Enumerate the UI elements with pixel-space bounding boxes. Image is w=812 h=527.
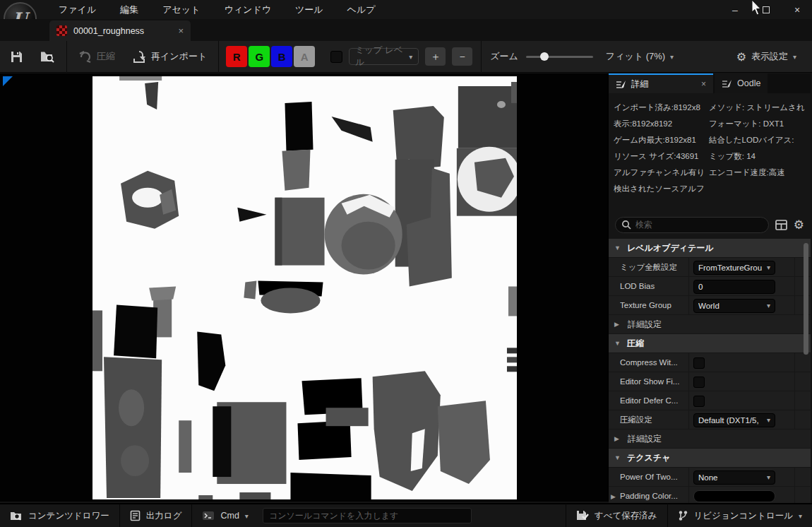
revision-control-button[interactable]: リビジョンコントロール ▾: [668, 504, 812, 527]
mip-minus-button[interactable]: －: [452, 47, 472, 66]
asset-tab-close-icon[interactable]: ×: [178, 25, 184, 36]
tab-oodle-label: Oodle: [737, 78, 760, 88]
channel-green-button[interactable]: G: [249, 46, 270, 67]
details-panel: 詳細 × Oodle インポート済み:8192x8 表示:8192x8192 ゲ…: [609, 73, 811, 502]
mip-level-label: ミップ レベル: [355, 45, 409, 69]
folder-search-icon: [10, 510, 23, 521]
cmd-dropdown[interactable]: Cmd ▾: [192, 504, 258, 527]
channel-alpha-button[interactable]: A: [294, 46, 315, 67]
close-button[interactable]: ×: [788, 2, 806, 18]
menu-bar: ファイル 編集 アセット ウィンドウ ツール ヘルプ – ×: [0, 0, 812, 19]
advanced-label: 詳細設定: [628, 319, 662, 331]
tab-oodle[interactable]: Oodle: [715, 73, 768, 93]
section-label: レベルオブディテール: [627, 242, 714, 254]
toolbar-separator: [481, 41, 482, 73]
folder-search-icon: [40, 50, 55, 64]
texture-group-dropdown[interactable]: World▾: [693, 299, 775, 313]
info-detected-alpha: 検出されたソースアルフ: [614, 181, 707, 197]
toolbar-separator: [218, 41, 219, 73]
reimport-button[interactable]: 再インポート: [124, 41, 215, 72]
output-log-button[interactable]: 出力ログ: [120, 504, 192, 527]
compression-settings-dropdown[interactable]: Default (DXT1/5,▾: [693, 413, 775, 427]
channel-blue-button[interactable]: B: [271, 46, 292, 67]
save-status-button[interactable]: すべて保存済み: [566, 504, 667, 527]
menu-window[interactable]: ウィンドウ: [212, 0, 283, 19]
settings-gear-icon[interactable]: ⚙: [794, 218, 804, 232]
editor-toolbar: 圧縮 再インポート R G B A ミップ レベル ▾ ＋ － ズーム フィット…: [0, 41, 812, 73]
compress-button[interactable]: 圧縮: [70, 41, 124, 72]
content-drawer-label: コンテンツドロワー: [28, 510, 109, 522]
search-input[interactable]: [635, 220, 763, 230]
mip-gen-dropdown[interactable]: FromTextureGrou▾: [693, 261, 775, 275]
property-grid: ▼ レベルオブディテール ミップ全般設定 FromTextureGrou▾ LO…: [609, 239, 811, 506]
menu-help[interactable]: ヘルプ: [335, 0, 388, 19]
view-settings-label: 表示設定: [751, 50, 788, 63]
content-drawer-button[interactable]: コンテンツドロワー: [0, 504, 119, 527]
advanced-settings-expander[interactable]: ▶ 詳細設定: [609, 430, 811, 449]
texture-info: インポート済み:8192x8 表示:8192x8192 ゲーム内最大:8192x…: [609, 93, 811, 213]
output-log-label: 出力ログ: [146, 510, 182, 522]
menu-edit[interactable]: 編集: [108, 0, 150, 19]
channel-red-button[interactable]: R: [226, 46, 247, 67]
row-editor-defer-compression: Editor Defer C...: [609, 391, 811, 410]
chevron-down-icon: ▾: [793, 53, 796, 61]
status-bar: コンテンツドロワー 出力ログ Cmd ▾ すべて保存済み リビジョンコントロール…: [0, 503, 812, 527]
row-mip-gen-settings: ミップ全般設定 FromTextureGrou▾: [609, 258, 811, 277]
save-button[interactable]: [0, 41, 32, 72]
editor-show-final-checkbox[interactable]: [693, 377, 705, 388]
compress-without-alpha-checkbox[interactable]: [693, 357, 705, 369]
revision-control-label: リビジョンコントロール: [694, 510, 793, 522]
save-status-label: すべて保存済み: [595, 510, 657, 522]
scrollbar-thumb[interactable]: [804, 243, 808, 355]
details-icon: [722, 79, 732, 88]
menu-asset[interactable]: アセット: [150, 0, 212, 19]
padding-color-swatch[interactable]: [693, 490, 775, 502]
zoom-slider-knob[interactable]: [540, 52, 549, 61]
active-panel-corner-indicator: [3, 76, 13, 86]
console-icon: [202, 511, 215, 521]
expand-arrow-icon: ▶: [614, 321, 621, 328]
zoom-slider[interactable]: [526, 56, 593, 58]
browse-to-asset-button[interactable]: [32, 41, 64, 72]
minimize-button[interactable]: –: [726, 2, 744, 18]
lod-bias-input[interactable]: [693, 280, 775, 294]
search-box[interactable]: [615, 217, 769, 233]
info-displayed: 表示:8192x8192: [614, 116, 707, 132]
mip-plus-button[interactable]: ＋: [425, 47, 446, 66]
info-has-alpha: アルファチャンネル有り: [614, 165, 707, 181]
mouse-cursor: [746, 0, 760, 17]
info-method: メソッド: ストリームされ: [709, 100, 809, 116]
view-settings-button[interactable]: ⚙ 表示設定 ▾: [721, 50, 812, 64]
info-imported: インポート済み:8192x8: [614, 100, 707, 116]
fit-label: フィット (7%): [606, 50, 665, 63]
advanced-label: 詳細設定: [628, 433, 662, 445]
fit-dropdown[interactable]: フィット (7%) ▾: [599, 50, 681, 63]
mip-level-checkbox[interactable]: [330, 51, 342, 63]
tab-details-close-icon[interactable]: ×: [701, 79, 706, 89]
compress-icon: [78, 50, 92, 64]
menu-tools[interactable]: ツール: [283, 0, 335, 19]
editor-defer-compression-checkbox[interactable]: [693, 396, 705, 407]
console-command-input[interactable]: [263, 508, 472, 523]
texture-viewport[interactable]: [0, 73, 609, 502]
row-editor-show-final: Editor Show Fi...: [609, 372, 811, 391]
tab-details[interactable]: 詳細 ×: [609, 73, 713, 93]
power-of-two-dropdown[interactable]: None▾: [693, 470, 775, 485]
reimport-icon: [132, 50, 146, 64]
row-power-of-two-mode: Power Of Two... None▾: [609, 468, 811, 487]
section-level-of-detail[interactable]: ▼ レベルオブディテール: [609, 239, 811, 258]
display-manager-icon[interactable]: [775, 220, 787, 230]
mip-level-dropdown[interactable]: ミップ レベル ▾: [349, 48, 419, 65]
row-texture-group: Texture Group World▾: [609, 296, 811, 315]
texture-asset-icon: [56, 25, 67, 36]
section-texture[interactable]: ▼ テクスチャ: [609, 449, 811, 468]
info-resource-size: リソース サイズ:43691: [614, 148, 707, 165]
info-encode-speed: エンコード速度:高速: [709, 165, 809, 181]
section-compression[interactable]: ▼ 圧縮: [609, 334, 811, 353]
collapse-arrow-icon: ▼: [614, 244, 621, 251]
menu-file[interactable]: ファイル: [47, 0, 108, 19]
advanced-settings-expander[interactable]: ▶ 詳細設定: [609, 315, 811, 334]
zoom-label: ズーム: [490, 50, 518, 63]
section-label: 圧縮: [627, 338, 644, 350]
asset-tab-roughness[interactable]: 00001_roughness ×: [49, 20, 191, 41]
